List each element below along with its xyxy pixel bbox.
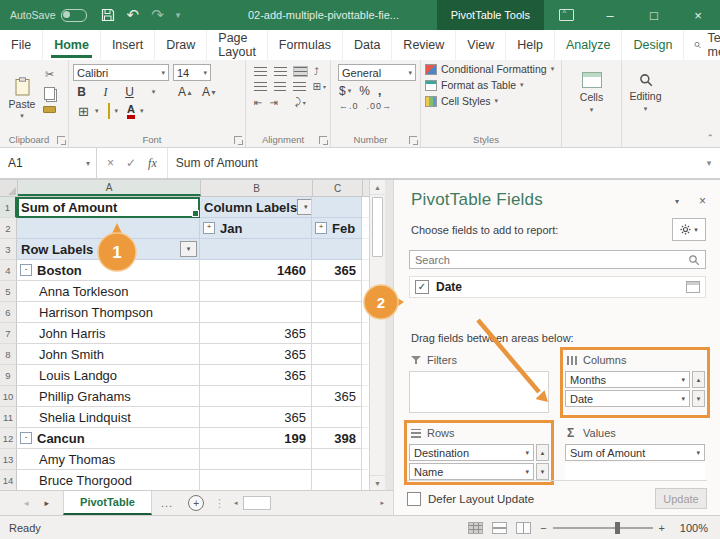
pane-close-icon[interactable]: × xyxy=(699,194,706,208)
close-button[interactable]: × xyxy=(676,0,720,30)
formula-input[interactable]: Sum of Amount xyxy=(168,148,698,178)
minimize-button[interactable]: – xyxy=(588,0,632,30)
cell-b7[interactable]: 365 xyxy=(200,323,312,344)
cells-button[interactable]: Cells ▾ xyxy=(566,64,617,122)
tools-button[interactable]: ▾ xyxy=(672,218,706,241)
zoom-track[interactable] xyxy=(553,527,653,529)
filter-dropdown-icon[interactable]: ▾ xyxy=(180,241,197,257)
cell-b11[interactable]: 365 xyxy=(200,407,312,428)
align-center-icon[interactable] xyxy=(274,82,287,91)
align-left-icon[interactable] xyxy=(254,82,267,91)
area-field-date[interactable]: Date▾ xyxy=(565,390,690,407)
update-button[interactable]: Update xyxy=(655,488,707,509)
number-dialog-launcher-icon[interactable] xyxy=(409,136,417,144)
cell-a2[interactable] xyxy=(17,218,200,239)
scroll-up-icon[interactable]: ▲ xyxy=(370,180,385,195)
row-header-8[interactable]: 8 xyxy=(0,344,17,365)
cell-a11[interactable]: Shelia Lindquist xyxy=(17,407,200,428)
cell-a8[interactable]: John Smith xyxy=(17,344,200,365)
move-down-icon[interactable]: ▼ xyxy=(536,463,549,480)
cell-b10[interactable] xyxy=(200,386,312,407)
row-header-12[interactable]: 12 xyxy=(0,428,17,449)
area-field-months[interactable]: Months▾ xyxy=(565,371,690,388)
column-header-b[interactable]: B xyxy=(201,180,313,196)
field-checkbox[interactable]: ✓ xyxy=(415,280,429,294)
checkbox-icon[interactable] xyxy=(407,492,421,506)
row-header-13[interactable]: 13 xyxy=(0,449,17,470)
tab-analyze[interactable]: Analyze xyxy=(555,30,622,60)
cell-b2[interactable]: +Jan xyxy=(200,218,312,239)
cell-b8[interactable]: 365 xyxy=(200,344,312,365)
field-dropdown-icon[interactable]: ▾ xyxy=(525,468,529,476)
row-header-9[interactable]: 9 xyxy=(0,365,17,386)
scroll-left-icon[interactable]: ◂ xyxy=(231,499,241,507)
row-header-1[interactable]: 1 xyxy=(0,197,17,218)
accounting-format-icon[interactable]: $ xyxy=(339,84,346,98)
tab-page-layout[interactable]: Page Layout xyxy=(207,30,268,60)
autosave-toggle[interactable]: AutoSave xyxy=(10,9,87,22)
cell-a10[interactable]: Phillip Grahams xyxy=(17,386,200,407)
tab-insert[interactable]: Insert xyxy=(101,30,155,60)
font-color-icon[interactable]: A xyxy=(127,104,135,119)
cell-b12[interactable]: 199 xyxy=(200,428,312,449)
fill-color-icon[interactable] xyxy=(108,104,110,118)
cell-a6[interactable]: Harrison Thompson xyxy=(17,302,200,323)
defer-layout-checkbox[interactable]: Defer Layout Update xyxy=(407,492,534,506)
cell-b5[interactable] xyxy=(200,281,312,302)
zoom-knob[interactable] xyxy=(615,522,620,534)
increase-indent-icon[interactable]: ⇥ xyxy=(269,97,277,108)
zoom-out-icon[interactable]: − xyxy=(540,522,546,534)
save-icon[interactable] xyxy=(101,8,115,22)
cell-a4[interactable]: -Boston xyxy=(17,260,200,281)
row-header-14[interactable]: 14 xyxy=(0,470,17,490)
filters-area[interactable]: Filters xyxy=(407,350,551,415)
tab-formulas[interactable]: Formulas xyxy=(268,30,343,60)
vertical-scrollbar[interactable]: ▲ ▼ xyxy=(369,180,385,490)
move-up-icon[interactable]: ▲ xyxy=(692,371,705,388)
decrease-decimal-icon[interactable]: .00→ xyxy=(367,101,393,111)
area-field-destination[interactable]: Destination▾ xyxy=(409,444,534,461)
cell-b9[interactable]: 365 xyxy=(200,365,312,386)
tab-file[interactable]: File xyxy=(0,30,43,60)
italic-button[interactable]: I xyxy=(97,84,114,100)
collapse-icon[interactable]: - xyxy=(20,264,32,276)
field-search-box[interactable] xyxy=(409,250,706,269)
editing-button[interactable]: Editing ▾ xyxy=(626,64,665,122)
percent-style-icon[interactable]: % xyxy=(359,84,370,98)
expand-icon[interactable]: + xyxy=(315,222,327,234)
cell-a9[interactable]: Louis Landgo xyxy=(17,365,200,386)
row-header-6[interactable]: 6 xyxy=(0,302,17,323)
scroll-down-icon[interactable]: ▼ xyxy=(370,475,385,490)
cell-b3[interactable] xyxy=(200,239,312,260)
ribbon-display-options-button[interactable] xyxy=(544,0,588,30)
borders-icon[interactable]: ⊞ xyxy=(75,103,92,119)
horizontal-scrollbar[interactable]: ◂ ▸ xyxy=(231,496,387,510)
collapse-icon[interactable]: - xyxy=(20,432,32,444)
redo-button[interactable]: ↷ xyxy=(151,6,164,24)
cell-c14[interactable] xyxy=(312,470,362,490)
cell-c12[interactable]: 398 xyxy=(312,428,362,449)
column-header-c[interactable]: C xyxy=(313,180,363,196)
tab-help[interactable]: Help xyxy=(506,30,555,60)
tab-review[interactable]: Review xyxy=(392,30,456,60)
column-header-a[interactable]: A xyxy=(18,180,201,196)
name-box[interactable]: A1 ▾ xyxy=(0,148,97,178)
enter-formula-icon[interactable]: ✓ xyxy=(126,156,136,170)
cell-c11[interactable] xyxy=(312,407,362,428)
cell-b1[interactable]: Column Labels▾ xyxy=(200,197,312,218)
cancel-formula-icon[interactable]: × xyxy=(107,156,114,170)
cell-c6[interactable] xyxy=(312,302,362,323)
cell-a5[interactable]: Anna Torkleson xyxy=(17,281,200,302)
field-dropdown-icon[interactable]: ▾ xyxy=(525,449,529,457)
cell-styles-button[interactable]: Cell Styles ▾ xyxy=(425,95,557,107)
increase-decimal-icon[interactable]: ←.0 xyxy=(339,101,359,111)
page-layout-view-icon[interactable] xyxy=(492,522,507,534)
filter-dropdown-icon[interactable]: ▾ xyxy=(297,199,312,215)
tab-design[interactable]: Design xyxy=(622,30,684,60)
wrap-text-icon[interactable]: ⤸ xyxy=(295,96,301,108)
row-header-10[interactable]: 10 xyxy=(0,386,17,407)
align-top-icon[interactable] xyxy=(254,67,267,76)
format-as-table-button[interactable]: Format as Table ▾ xyxy=(425,79,557,91)
zoom-slider[interactable]: − + xyxy=(540,522,665,534)
font-name-combo[interactable]: Calibri▾ xyxy=(73,64,169,81)
